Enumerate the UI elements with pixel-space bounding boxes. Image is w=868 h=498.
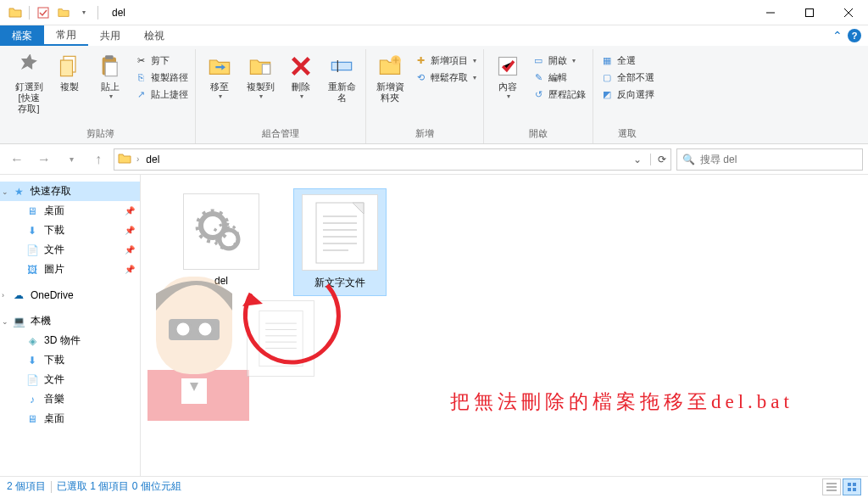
tab-view[interactable]: 檢視	[132, 25, 176, 46]
svg-rect-17	[169, 319, 220, 340]
back-button[interactable]: ←	[5, 148, 29, 171]
pin-icon: 📌	[125, 206, 135, 215]
svg-rect-0	[38, 8, 48, 18]
sidebar-item-thispc[interactable]: ⌄ 💻 本機	[0, 311, 140, 331]
selectall-icon: ▦	[600, 53, 614, 67]
pin-icon: 📌	[125, 265, 135, 274]
open-button[interactable]: ▭開啟▾	[528, 53, 589, 68]
selectall-button[interactable]: ▦全選	[597, 53, 658, 68]
annotation-text: 把無法刪除的檔案拖移至del.bat	[450, 389, 793, 415]
svg-rect-11	[331, 62, 351, 70]
easyaccess-icon: ⟲	[414, 70, 427, 84]
sidebar-item-music[interactable]: ♪ 音樂	[0, 389, 140, 409]
main-area: ⌄ ★ 快速存取 🖥 桌面📌 ⬇ 下載📌 📄 文件📌 🖼 圖片📌	[0, 175, 868, 476]
qat-checkbox-icon[interactable]	[35, 4, 52, 21]
ribbon-tabs: 檔案 常用 共用 檢視 ⌃ ?	[0, 25, 868, 46]
tab-file[interactable]: 檔案	[0, 25, 44, 46]
svg-point-19	[198, 322, 213, 337]
sidebar-item-3dobjects[interactable]: ◈ 3D 物件	[0, 331, 140, 350]
tab-share[interactable]: 共用	[88, 25, 132, 46]
view-icons-button[interactable]	[843, 478, 861, 495]
help-icon[interactable]: ?	[848, 29, 861, 42]
easyaccess-button[interactable]: ⟲輕鬆存取▾	[410, 70, 480, 85]
sidebar-item-desktop[interactable]: 🖥 桌面📌	[0, 201, 140, 221]
breadcrumb-folder[interactable]: del	[142, 154, 163, 165]
newfolder-button[interactable]: 新增資料夾	[370, 51, 410, 105]
qat-folder-icon[interactable]	[55, 4, 72, 21]
ribbon: 釘選到 [快速存取] 複製 貼上 ▾ ✂剪下 ⎘複製路徑 ↗貼上捷徑 剪貼簿 移	[0, 46, 868, 144]
paste-button[interactable]: 貼上 ▾	[90, 51, 131, 102]
history-button[interactable]: ↺歷程記錄	[528, 87, 589, 102]
up-button[interactable]: ↑	[86, 148, 110, 171]
refresh-button[interactable]: ⟳	[650, 154, 667, 165]
rename-button[interactable]: 重新命名	[321, 51, 362, 105]
sidebar-item-pictures[interactable]: 🖼 圖片📌	[0, 260, 140, 279]
search-box[interactable]: 🔍	[676, 148, 863, 171]
minimize-button[interactable]	[751, 0, 790, 25]
sidebar-item-onedrive[interactable]: › ☁ OneDrive	[0, 286, 140, 305]
cloud-icon: ☁	[12, 288, 25, 302]
sidebar-item-downloads[interactable]: ⬇ 下載📌	[0, 221, 140, 240]
tab-home[interactable]: 常用	[44, 25, 88, 46]
download-icon: ⬇	[25, 354, 39, 367]
svg-rect-32	[259, 311, 302, 366]
recent-dropdown[interactable]: ▾	[59, 148, 83, 171]
ribbon-group-new: 新增資料夾 ✚新增項目▾ ⟲輕鬆存取▾ 新增	[366, 49, 484, 143]
properties-button[interactable]: 內容▾	[487, 51, 528, 102]
ribbon-group-open: 內容▾ ▭開啟▾ ✎編輯 ↺歷程記錄 開啟	[484, 49, 593, 143]
forward-button[interactable]: →	[32, 148, 56, 171]
file-item-del[interactable]: del	[175, 188, 268, 292]
scissors-icon: ✂	[134, 53, 147, 67]
pin-button[interactable]: 釘選到 [快速存取]	[8, 51, 49, 117]
edit-button[interactable]: ✎編輯	[528, 70, 589, 85]
chevron-right-icon[interactable]: ›	[136, 154, 139, 164]
address-dropdown-icon[interactable]: ⌄	[628, 154, 647, 165]
svg-rect-25	[316, 203, 364, 263]
sidebar-item-desktop2[interactable]: 🖥 桌面	[0, 409, 140, 428]
newfolder-icon	[376, 53, 403, 80]
file-list[interactable]: del 新文字文件	[141, 175, 868, 476]
delete-button[interactable]: 刪除▾	[281, 51, 321, 102]
copy-button[interactable]: 複製	[49, 51, 90, 94]
file-item-newtext[interactable]: 新文字文件	[293, 188, 387, 296]
newitem-icon: ✚	[414, 53, 427, 67]
sidebar-item-documents[interactable]: 📄 文件📌	[0, 240, 140, 260]
copyto-button[interactable]: 複製到▾	[240, 51, 281, 102]
close-button[interactable]	[829, 0, 868, 25]
pc-icon: 💻	[12, 315, 25, 328]
cube-icon: ◈	[25, 334, 39, 348]
document-icon: 📄	[25, 373, 39, 387]
qat-dropdown-icon[interactable]: ▾	[75, 4, 92, 21]
collapse-ribbon-icon[interactable]: ⌃	[832, 29, 843, 42]
desktop-icon: 🖥	[25, 412, 39, 426]
svg-rect-2	[806, 8, 814, 16]
chevron-down-icon[interactable]: ⌄	[2, 317, 8, 326]
sidebar-item-quickaccess[interactable]: ⌄ ★ 快速存取	[0, 182, 140, 201]
document-icon: 📄	[25, 243, 39, 257]
chevron-down-icon[interactable]: ⌄	[2, 187, 8, 196]
copypath-button[interactable]: ⎘複製路徑	[131, 70, 192, 85]
view-details-button[interactable]	[822, 478, 841, 495]
open-icon: ▭	[531, 53, 545, 67]
newitem-button[interactable]: ✚新增項目▾	[410, 53, 480, 68]
search-input[interactable]	[700, 154, 857, 165]
copyto-icon	[247, 53, 274, 80]
pasteshortcut-button[interactable]: ↗貼上捷徑	[131, 87, 192, 102]
pin-icon: 📌	[125, 245, 135, 255]
batch-file-icon	[183, 193, 259, 270]
navigation-pane[interactable]: ⌄ ★ 快速存取 🖥 桌面📌 ⬇ 下載📌 📄 文件📌 🖼 圖片📌	[0, 175, 141, 476]
address-bar[interactable]: › del ⌄ ⟳	[114, 148, 671, 171]
sidebar-item-documents2[interactable]: 📄 文件	[0, 370, 140, 389]
delete-x-icon	[287, 53, 314, 80]
invertselect-button[interactable]: ◩反向選擇	[597, 87, 658, 102]
cut-button[interactable]: ✂剪下	[131, 53, 192, 68]
chevron-right-icon[interactable]: ›	[2, 291, 4, 299]
sidebar-item-downloads2[interactable]: ⬇ 下載	[0, 350, 140, 370]
moveto-button[interactable]: 移至▾	[199, 51, 240, 102]
window-title: del	[107, 7, 125, 19]
selectnone-button[interactable]: ▢全部不選	[597, 70, 658, 85]
paste-icon	[97, 53, 124, 80]
svg-rect-41	[848, 483, 851, 486]
shortcut-icon: ↗	[134, 87, 147, 101]
maximize-button[interactable]	[790, 0, 829, 25]
